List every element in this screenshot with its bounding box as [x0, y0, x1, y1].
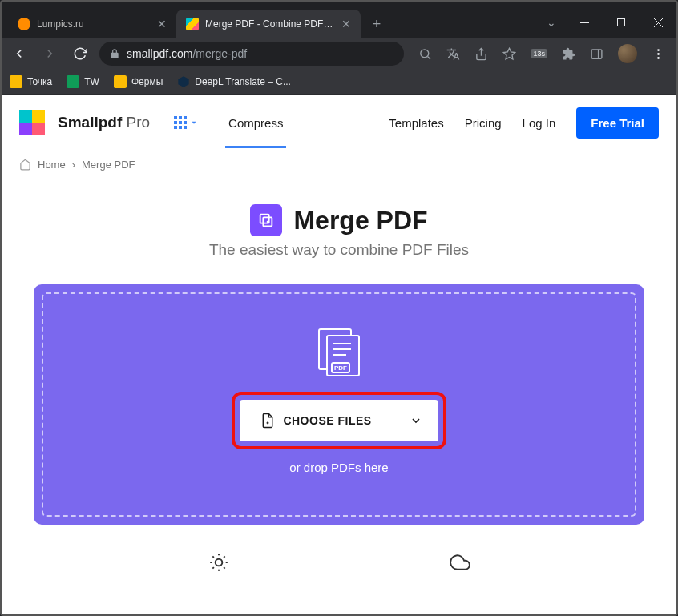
svg-marker-13 — [179, 76, 189, 87]
choose-files-highlight: CHOOSE FILES — [232, 392, 446, 449]
breadcrumb-separator: › — [72, 159, 75, 171]
choose-files-dropdown[interactable] — [393, 400, 438, 441]
bookmarks-bar: Точка TW Фермы DeepL Translate – С... — [2, 69, 676, 95]
dropzone[interactable]: PDF CHOOSE FILES or drop PDFs here — [34, 284, 644, 525]
favicon-smallpdf — [186, 18, 199, 30]
svg-marker-14 — [192, 122, 196, 124]
svg-rect-1 — [618, 19, 625, 26]
svg-point-28 — [215, 559, 222, 566]
url-input[interactable]: smallpdf.com/merge-pdf — [99, 42, 404, 66]
breadcrumb: Home › Merge PDF — [2, 151, 676, 182]
back-button[interactable] — [8, 42, 30, 65]
svg-line-35 — [212, 567, 214, 569]
svg-line-32 — [224, 567, 225, 569]
svg-line-36 — [224, 556, 225, 558]
svg-line-5 — [428, 56, 430, 58]
close-window-button[interactable] — [640, 10, 676, 35]
folder-icon — [114, 75, 127, 88]
pdf-files-icon: PDF — [311, 328, 367, 377]
browser-tab-inactive[interactable]: Lumpics.ru ✕ — [8, 10, 176, 38]
svg-line-31 — [212, 556, 214, 558]
merge-icon — [250, 204, 282, 236]
extensions-icon[interactable] — [562, 47, 575, 61]
chevron-down-icon — [190, 119, 198, 127]
minimize-button[interactable] — [566, 10, 603, 35]
folder-icon — [10, 75, 22, 88]
favicon-lumpics — [18, 18, 30, 30]
chevron-down-icon — [410, 414, 422, 427]
breadcrumb-home[interactable]: Home — [38, 159, 66, 171]
deepl-icon — [177, 75, 190, 88]
translate-icon[interactable] — [446, 47, 460, 61]
bookmark-tochka[interactable]: Точка — [10, 75, 52, 88]
svg-point-4 — [421, 49, 429, 57]
nav-compress[interactable]: Compress — [225, 97, 286, 148]
page-content: Smallpdf Pro Compress Templates Pricing … — [2, 95, 676, 614]
tab-title: Merge PDF - Combine PDF files o — [205, 18, 335, 30]
svg-point-11 — [657, 53, 660, 55]
reload-button[interactable] — [69, 42, 91, 65]
drop-hint: or drop PDFs here — [289, 461, 388, 474]
page-subtitle: The easiest way to combine PDF Files — [2, 241, 676, 259]
extension-timer-icon[interactable]: 13s — [531, 49, 547, 58]
svg-marker-7 — [504, 48, 515, 58]
tab-title: Lumpics.ru — [37, 18, 151, 30]
sun-icon — [208, 552, 229, 573]
bookmark-fermy[interactable]: Фермы — [114, 75, 163, 88]
address-bar: smallpdf.com/merge-pdf 13s — [2, 38, 676, 69]
page-title: Merge PDF — [293, 206, 427, 236]
grid-icon — [174, 116, 187, 129]
app-header: Smallpdf Pro Compress Templates Pricing … — [2, 95, 676, 151]
close-icon[interactable]: ✕ — [157, 18, 167, 30]
hero-section: Merge PDF The easiest way to combine PDF… — [2, 182, 676, 267]
browser-tabs: Lumpics.ru ✕ Merge PDF - Combine PDF fil… — [8, 10, 361, 38]
avatar[interactable] — [618, 44, 637, 63]
bookmark-deepl[interactable]: DeepL Translate – С... — [177, 75, 291, 88]
share-icon[interactable] — [474, 47, 488, 61]
login-button[interactable]: Log In — [523, 116, 556, 130]
choose-files-button[interactable]: CHOOSE FILES — [240, 400, 393, 441]
cloud-icon — [450, 552, 470, 573]
chevron-down-icon[interactable]: ⌄ — [537, 10, 566, 35]
close-icon[interactable]: ✕ — [341, 18, 351, 30]
home-icon — [19, 159, 31, 171]
brand-name: Smallpdf Pro — [58, 114, 150, 131]
nav-pricing[interactable]: Pricing — [465, 116, 502, 130]
sidepanel-icon[interactable] — [590, 47, 603, 61]
toolbar-icons: 13s — [418, 44, 665, 63]
browser-tab-active[interactable]: Merge PDF - Combine PDF files o ✕ — [176, 10, 361, 38]
bookmark-tw[interactable]: TW — [67, 75, 99, 88]
search-icon[interactable] — [418, 47, 432, 61]
svg-rect-8 — [591, 49, 602, 58]
window-titlebar: Lumpics.ru ✕ Merge PDF - Combine PDF fil… — [2, 2, 676, 38]
lock-icon — [109, 48, 120, 59]
sheets-icon — [67, 75, 79, 88]
maximize-button[interactable] — [603, 10, 640, 35]
feature-row — [2, 533, 676, 573]
svg-text:PDF: PDF — [334, 364, 347, 372]
new-tab-button[interactable]: + — [365, 13, 388, 35]
svg-point-12 — [657, 57, 660, 59]
forward-button[interactable] — [38, 42, 61, 65]
svg-point-10 — [657, 49, 660, 51]
breadcrumb-current[interactable]: Merge PDF — [82, 159, 135, 171]
header-right: Templates Pricing Log In Free Trial — [389, 107, 659, 139]
file-add-icon — [260, 413, 275, 429]
tools-menu-button[interactable] — [174, 116, 198, 129]
star-icon[interactable] — [502, 47, 516, 61]
menu-icon[interactable] — [652, 47, 665, 61]
smallpdf-logo-icon — [19, 110, 45, 135]
nav-templates[interactable]: Templates — [389, 116, 443, 130]
url-text: smallpdf.com/merge-pdf — [127, 47, 247, 60]
free-trial-button[interactable]: Free Trial — [576, 107, 659, 139]
window-controls: ⌄ — [537, 6, 676, 38]
